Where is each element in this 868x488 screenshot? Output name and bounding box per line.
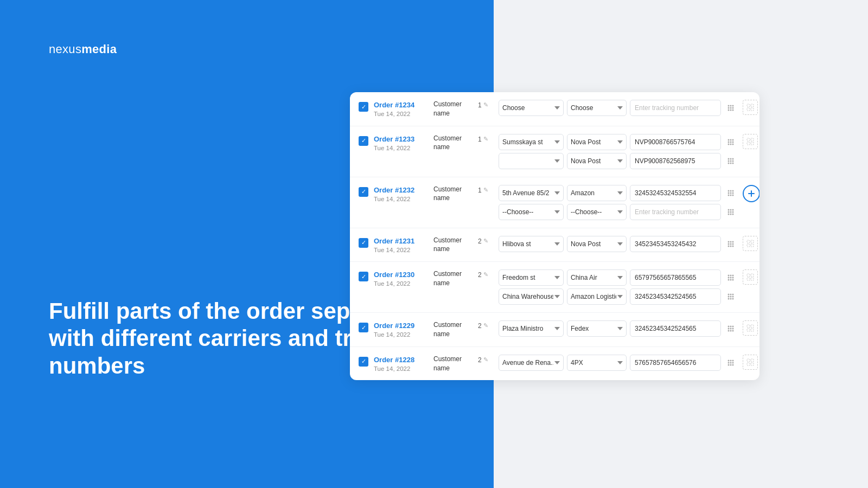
svg-point-106 xyxy=(728,362,730,363)
svg-point-70 xyxy=(732,275,734,277)
tracking-input[interactable] xyxy=(630,134,721,150)
address-select[interactable]: --Choose-- xyxy=(499,204,564,220)
svg-point-43 xyxy=(732,194,734,196)
split-icon[interactable] xyxy=(724,206,737,219)
order-number-link[interactable]: Order #1233 xyxy=(374,135,414,143)
tracking-input[interactable] xyxy=(630,236,721,252)
fulfillment-row: --Choose----Choose-- xyxy=(499,204,737,220)
order-checkbox[interactable]: ✓ xyxy=(359,238,368,248)
order-checkbox[interactable]: ✓ xyxy=(359,357,368,367)
order-number-link[interactable]: Order #1230 xyxy=(374,271,414,279)
order-number-link[interactable]: Order #1234 xyxy=(374,101,414,109)
address-select[interactable] xyxy=(499,153,564,169)
tracking-input[interactable] xyxy=(630,153,721,169)
carrier-select[interactable]: Choose xyxy=(567,100,627,116)
edit-icon[interactable]: ✎ xyxy=(483,322,488,329)
svg-point-93 xyxy=(728,328,730,330)
address-select[interactable]: Freedom st xyxy=(499,269,564,286)
dotted-action-button[interactable] xyxy=(743,100,758,115)
tracking-input[interactable] xyxy=(630,100,721,116)
order-number-link[interactable]: Order #1231 xyxy=(374,237,414,245)
carrier-select[interactable]: Nova Post xyxy=(567,236,627,252)
tracking-input[interactable] xyxy=(630,204,721,220)
address-select[interactable]: 5th Avenue 85/2 xyxy=(499,185,564,201)
svg-rect-34 xyxy=(751,142,754,145)
svg-point-82 xyxy=(732,296,734,298)
svg-rect-67 xyxy=(751,244,754,247)
edit-icon[interactable]: ✎ xyxy=(483,187,488,194)
dotted-action-button[interactable] xyxy=(743,320,758,336)
order-qty: 2✎ xyxy=(478,322,493,330)
svg-point-80 xyxy=(728,296,730,298)
split-icon[interactable] xyxy=(724,101,737,114)
address-select[interactable]: Plaza Ministro xyxy=(499,320,564,337)
carrier-select[interactable]: Amazon Logistics xyxy=(567,288,627,305)
qty-number: 2 xyxy=(478,237,482,245)
svg-point-95 xyxy=(732,328,734,330)
edit-icon[interactable]: ✎ xyxy=(483,237,488,245)
address-select[interactable]: Sumsskaya st xyxy=(499,134,564,150)
carrier-select[interactable]: --Choose-- xyxy=(567,204,627,220)
order-number-link[interactable]: Order #1228 xyxy=(374,356,414,364)
order-qty: 1✎ xyxy=(478,101,493,109)
address-select[interactable]: Choose xyxy=(499,100,564,116)
order-checkbox[interactable]: ✓ xyxy=(359,136,368,146)
carrier-select[interactable]: 4PX xyxy=(567,355,627,371)
tracking-input[interactable] xyxy=(630,185,721,201)
edit-icon[interactable]: ✎ xyxy=(483,271,488,278)
carrier-select[interactable]: Amazon xyxy=(567,185,627,201)
fulfillment-row: Hlibova stNova Post xyxy=(499,236,737,252)
carrier-select[interactable]: China Air xyxy=(567,269,627,286)
tracking-input[interactable] xyxy=(630,320,721,337)
address-select[interactable]: Avenue de Rena.. xyxy=(499,355,564,371)
brand-logo: nexusmedia xyxy=(49,42,117,56)
address-select[interactable]: China Warehouse xyxy=(499,288,564,305)
svg-point-38 xyxy=(728,192,730,194)
order-checkbox[interactable]: ✓ xyxy=(359,102,368,112)
tracking-input[interactable] xyxy=(630,288,721,305)
split-icon[interactable] xyxy=(724,237,737,251)
table-row: ✓Order #1228Tue 14, 2022Customername2✎Av… xyxy=(350,347,760,381)
dotted-action-button[interactable] xyxy=(743,236,758,251)
dotted-action-button[interactable] xyxy=(743,355,758,370)
dotted-action-button[interactable] xyxy=(743,269,758,285)
carrier-select[interactable]: Nova Post xyxy=(567,134,627,150)
carrier-select[interactable]: Nova Post xyxy=(567,153,627,169)
svg-point-8 xyxy=(732,110,734,111)
edit-icon[interactable]: ✎ xyxy=(483,136,488,143)
split-icon[interactable] xyxy=(724,155,737,168)
svg-point-55 xyxy=(728,241,730,242)
order-checkbox[interactable]: ✓ xyxy=(359,323,368,332)
fulfillment-section: ChooseChoose xyxy=(499,100,737,116)
brand-name-light: nexus xyxy=(49,42,81,56)
edit-icon[interactable]: ✎ xyxy=(483,356,488,363)
order-number-link[interactable]: Order #1229 xyxy=(374,322,414,330)
svg-rect-32 xyxy=(751,138,754,141)
split-icon[interactable] xyxy=(724,356,737,369)
svg-point-16 xyxy=(728,141,730,143)
svg-point-72 xyxy=(730,277,732,279)
address-select[interactable]: Hlibova st xyxy=(499,236,564,252)
svg-point-49 xyxy=(732,211,734,213)
svg-point-6 xyxy=(728,110,730,111)
order-checkbox[interactable]: ✓ xyxy=(359,187,368,197)
split-icon[interactable] xyxy=(724,322,737,335)
split-icon[interactable] xyxy=(724,136,737,149)
svg-point-77 xyxy=(728,294,730,296)
svg-point-104 xyxy=(730,359,732,361)
tracking-input[interactable] xyxy=(630,355,721,371)
svg-point-111 xyxy=(732,364,734,365)
tracking-input[interactable] xyxy=(630,269,721,286)
add-split-button[interactable] xyxy=(743,185,760,202)
order-number-link[interactable]: Order #1232 xyxy=(374,186,414,194)
carrier-select[interactable]: Fedex xyxy=(567,320,627,337)
dotted-action-button[interactable] xyxy=(743,134,758,149)
svg-point-91 xyxy=(730,326,732,328)
edit-icon[interactable]: ✎ xyxy=(483,101,488,108)
split-icon[interactable] xyxy=(724,290,737,303)
split-icon[interactable] xyxy=(724,187,737,200)
svg-point-52 xyxy=(732,213,734,215)
order-checkbox[interactable]: ✓ xyxy=(359,272,368,281)
svg-point-105 xyxy=(732,359,734,361)
split-icon[interactable] xyxy=(724,271,737,284)
